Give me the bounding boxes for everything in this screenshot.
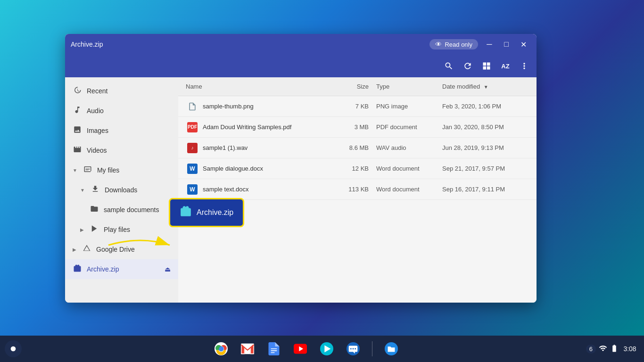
file-list: Name Size Type Date modified ▼ sample-th… <box>178 77 537 303</box>
system-tray-dot[interactable] <box>5 340 22 357</box>
file-size: 3 MB <box>326 123 369 131</box>
audio-label: Audio <box>87 107 104 115</box>
toolbar: AZ <box>65 55 537 77</box>
sidebar-item-myfiles[interactable]: ▼ My files <box>65 160 178 180</box>
word-file-icon: W <box>186 164 199 174</box>
file-date: Sep 21, 2017, 9:57 PM <box>435 165 529 172</box>
file-row[interactable]: ♪ sample1 (1).wav 8.6 MB WAV audio Jun 2… <box>178 138 537 158</box>
sort-button[interactable]: AZ <box>497 58 514 74</box>
badge-label: Read only <box>445 41 472 48</box>
eject-button[interactable]: ⏏ <box>165 265 171 273</box>
pdf-file-icon: PDF <box>186 122 199 132</box>
sort-label: AZ <box>501 63 509 70</box>
youtube-app-icon[interactable] <box>291 339 310 358</box>
file-size: 12 KB <box>326 165 369 172</box>
sidebar-item-archive[interactable]: Archive.zip ⏏ <box>65 259 178 279</box>
videos-label: Videos <box>87 147 107 154</box>
playfiles-icon <box>90 224 99 235</box>
taskbar-apps <box>26 339 586 358</box>
sidebar-item-videos[interactable]: Videos <box>65 140 178 160</box>
svg-marker-0 <box>92 225 97 232</box>
chrome-app-icon[interactable] <box>212 339 231 358</box>
taskbar-divider <box>372 341 372 356</box>
system-tray: 6 3:08 <box>586 344 638 354</box>
refresh-button[interactable] <box>459 58 476 74</box>
downloads-expand-icon: ▼ <box>80 188 85 193</box>
file-name: sample-thumb.png <box>203 103 326 110</box>
archive-popup-label: Archive.zip <box>197 208 233 217</box>
docs-app-icon[interactable] <box>264 339 283 358</box>
file-row[interactable]: PDF Adam Doud Writing Samples.pdf 3 MB P… <box>178 117 537 138</box>
png-file-icon <box>186 102 199 111</box>
file-row[interactable]: W sample text.docx 113 KB Word document … <box>178 179 537 200</box>
file-name: sample text.docx <box>203 186 326 193</box>
gmail-app-icon[interactable] <box>238 339 257 358</box>
sample-docs-label: sample documents <box>104 206 159 214</box>
maximize-button[interactable]: □ <box>499 37 514 52</box>
svg-point-2 <box>11 346 16 352</box>
content-area: Recent Audio Images Videos <box>65 77 537 303</box>
archive-popup-icon <box>180 205 192 220</box>
file-size: 7 KB <box>326 103 369 110</box>
downloads-label: Downloads <box>105 186 137 194</box>
images-label: Images <box>87 127 108 134</box>
svg-rect-11 <box>271 352 274 353</box>
taskbar-right: 6 3:08 <box>586 344 644 354</box>
sidebar-item-audio[interactable]: Audio <box>65 101 178 121</box>
file-name: Adam Doud Writing Samples.pdf <box>203 123 326 131</box>
readonly-badge: 👁 Read only <box>429 39 478 49</box>
taskbar: 6 3:08 <box>0 336 644 362</box>
header-name[interactable]: Name <box>186 83 326 90</box>
archive-popup: Archive.zip <box>169 198 244 227</box>
downloads-icon <box>91 185 100 195</box>
file-manager-window: Archive.zip 👁 Read only ─ □ ✕ AZ <box>65 34 537 303</box>
minimize-button[interactable]: ─ <box>482 37 497 52</box>
file-size: 113 KB <box>326 186 369 193</box>
close-button[interactable]: ✕ <box>516 37 531 52</box>
header-type[interactable]: Type <box>369 83 435 90</box>
play-app-icon[interactable] <box>317 339 336 358</box>
file-date: Jan 30, 2020, 8:50 PM <box>435 123 529 131</box>
files-app-icon[interactable] <box>382 339 401 358</box>
titlebar: Archive.zip 👁 Read only ─ □ ✕ <box>65 34 537 55</box>
sidebar: Recent Audio Images Videos <box>65 77 178 303</box>
myfiles-label: My files <box>97 166 119 174</box>
network-badge[interactable]: 6 <box>586 345 596 354</box>
header-date[interactable]: Date modified ▼ <box>435 83 529 90</box>
playfiles-expand-icon: ▶ <box>80 227 84 232</box>
highlight-arrow <box>104 231 179 259</box>
myfiles-expand-icon: ▼ <box>73 168 77 173</box>
file-row[interactable]: W Sample dialogue.docx 12 KB Word docume… <box>178 158 537 179</box>
file-date: Jun 28, 2019, 9:13 PM <box>435 144 529 151</box>
svg-point-17 <box>350 348 352 350</box>
file-type: Word document <box>369 165 435 172</box>
myfiles-icon <box>83 165 92 175</box>
filelist-header: Name Size Type Date modified ▼ <box>178 77 537 96</box>
svg-point-19 <box>355 348 356 350</box>
window-controls: ─ □ ✕ <box>482 37 531 52</box>
file-name: Sample dialogue.docx <box>203 165 326 172</box>
messages-app-icon[interactable] <box>344 339 363 358</box>
file-row[interactable]: sample-thumb.png 7 KB PNG image Feb 3, 2… <box>178 96 537 117</box>
word-file-icon-2: W <box>186 184 199 195</box>
sidebar-item-sample-docs[interactable]: sample documents <box>65 200 178 220</box>
file-type: Word document <box>369 186 435 193</box>
svg-rect-10 <box>271 350 277 351</box>
svg-rect-9 <box>271 348 277 349</box>
sidebar-item-downloads[interactable]: ▼ Downloads <box>65 180 178 200</box>
sidebar-item-images[interactable]: Images <box>65 121 178 140</box>
file-date: Feb 3, 2020, 1:06 PM <box>435 103 529 110</box>
search-button[interactable] <box>440 58 457 74</box>
file-type: PDF document <box>369 123 435 131</box>
grid-view-button[interactable] <box>478 58 495 74</box>
file-date: Sep 16, 2017, 9:11 PM <box>435 186 529 193</box>
file-name: sample1 (1).wav <box>203 144 326 151</box>
wifi-icon <box>599 344 607 354</box>
header-size[interactable]: Size <box>326 83 369 90</box>
archive-icon <box>73 264 82 274</box>
wav-file-icon: ♪ <box>186 143 199 153</box>
recent-label: Recent <box>87 87 107 95</box>
sort-down-icon: ▼ <box>484 84 488 90</box>
more-menu-button[interactable] <box>516 58 533 74</box>
sidebar-item-recent[interactable]: Recent <box>65 81 178 101</box>
